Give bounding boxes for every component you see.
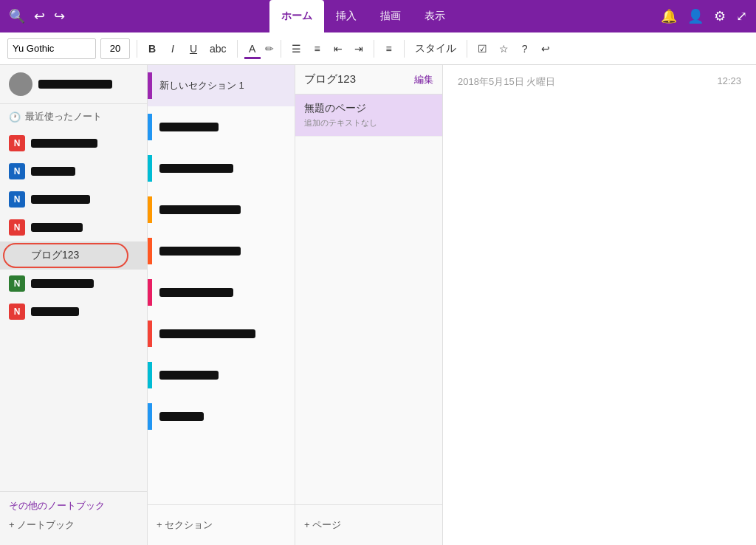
section-label-bar xyxy=(159,371,219,380)
italic-button[interactable]: I xyxy=(165,38,181,59)
active-notebook-label: ブログ123 xyxy=(31,249,79,262)
section-color-bar xyxy=(148,196,152,223)
bold-button[interactable]: B xyxy=(144,38,160,59)
item-label-bar xyxy=(31,195,90,204)
list-item[interactable]: N xyxy=(0,157,147,185)
separator-5 xyxy=(404,40,405,58)
pages-panel: ブログ123 編集 無題のページ 追加のテキストなし + ページ xyxy=(295,65,443,545)
content-date: 2018年5月15日 火曜日 xyxy=(458,75,555,89)
item-label-bar xyxy=(31,307,79,316)
undo-toolbar-button[interactable]: ↩ xyxy=(537,38,554,59)
settings-icon[interactable]: ⚙ xyxy=(714,8,726,24)
list-item[interactable]: N xyxy=(0,270,147,298)
recent-label: 最近使ったノート xyxy=(25,110,102,123)
section-color-bar xyxy=(148,279,152,306)
notebook-icon: N xyxy=(9,163,25,179)
list-item[interactable] xyxy=(148,313,295,354)
content-area: 2018年5月15日 火曜日 12:23 xyxy=(443,65,756,545)
tab-home[interactable]: ホーム xyxy=(269,0,324,32)
content-body[interactable] xyxy=(443,99,756,545)
tab-view[interactable]: 表示 xyxy=(413,0,457,32)
account-icon[interactable]: 👤 xyxy=(687,8,704,24)
nav-right: 🔔 👤 ⚙ ⤢ xyxy=(661,8,747,24)
list-item[interactable] xyxy=(148,396,295,437)
notebook-list: N N N N N ブログ123 N xyxy=(0,129,147,491)
help-button[interactable]: ? xyxy=(517,38,533,59)
notebook-icon: N xyxy=(9,135,25,151)
font-size-input[interactable] xyxy=(100,38,130,59)
clock-icon: 🕐 xyxy=(9,112,21,123)
item-label-bar xyxy=(31,279,94,288)
active-section-label: 新しいセクション 1 xyxy=(159,79,244,92)
list-item[interactable] xyxy=(148,148,295,189)
section-color-bar xyxy=(148,362,152,388)
list-item[interactable]: N xyxy=(0,185,147,213)
list-item[interactable] xyxy=(148,272,295,313)
section-label-bar xyxy=(159,247,241,256)
star-button[interactable]: ☆ xyxy=(495,38,512,59)
numbered-list-button[interactable]: ≡ xyxy=(309,38,326,59)
other-notebooks-link[interactable]: その他のノートブック xyxy=(9,499,138,513)
increase-indent-button[interactable]: ⇥ xyxy=(351,38,367,59)
font-name-input[interactable] xyxy=(7,38,96,59)
tab-draw[interactable]: 描画 xyxy=(368,0,413,32)
sections-footer: + セクション xyxy=(148,504,295,545)
font-color-button[interactable]: A xyxy=(244,38,261,59)
sidebar-footer: その他のノートブック + ノートブック xyxy=(0,491,147,545)
item-label-bar xyxy=(31,167,75,176)
section-color-bar xyxy=(148,72,152,99)
separator-4 xyxy=(374,40,374,58)
pages-header: ブログ123 編集 xyxy=(295,65,442,95)
sections-panel: 新しいセクション 1 xyxy=(148,65,295,545)
tab-insert[interactable]: 挿入 xyxy=(324,0,368,32)
nav-tabs: ホーム 挿入 描画 表示 xyxy=(269,0,457,32)
nav-left: 🔍 ↩ ↪ xyxy=(9,8,65,24)
avatar xyxy=(9,72,32,96)
undo-icon[interactable]: ↩ xyxy=(34,8,45,24)
separator-2 xyxy=(237,40,238,58)
add-page-button[interactable]: + ページ xyxy=(304,513,433,538)
formatting-toolbar: B I U abc A ✏ ☰ ≡ ⇤ ⇥ ≡ スタイル ☑ ☆ ? ↩ xyxy=(0,32,756,65)
main-layout: 🕐 最近使ったノート N N N N N xyxy=(0,65,756,545)
sidebar-item-active-blog[interactable]: N ブログ123 xyxy=(0,241,147,270)
list-item[interactable] xyxy=(148,230,295,272)
section-color-bar xyxy=(148,155,152,182)
checkbox-button[interactable]: ☑ xyxy=(474,38,491,59)
list-item[interactable]: N xyxy=(0,129,147,157)
list-item[interactable] xyxy=(148,354,295,396)
expand-icon[interactable]: ⤢ xyxy=(736,8,747,24)
underline-button[interactable]: U xyxy=(185,38,202,59)
section-label-bar xyxy=(159,412,204,421)
list-item[interactable]: N xyxy=(0,298,147,326)
style-button[interactable]: スタイル xyxy=(411,38,460,59)
notebook-icon: N xyxy=(9,275,25,292)
redo-icon[interactable]: ↪ xyxy=(54,8,65,24)
section-color-bar xyxy=(148,114,152,140)
content-time: 12:23 xyxy=(717,75,741,89)
bell-icon[interactable]: 🔔 xyxy=(661,8,677,24)
bullet-list-button[interactable]: ☰ xyxy=(288,38,305,59)
notebook-icon: N xyxy=(9,304,25,320)
section-color-bar xyxy=(148,321,152,347)
align-button[interactable]: ≡ xyxy=(381,38,397,59)
sidebar: 🕐 最近使ったノート N N N N N xyxy=(0,65,148,545)
page-item-active[interactable]: 無題のページ 追加のテキストなし xyxy=(295,95,442,137)
section-color-bar xyxy=(148,238,152,264)
section-item-active[interactable]: 新しいセクション 1 xyxy=(148,65,295,106)
highlight-icon[interactable]: ✏ xyxy=(265,43,274,55)
recent-notebooks[interactable]: 🕐 最近使ったノート xyxy=(0,104,147,129)
separator-3 xyxy=(281,40,281,58)
list-item[interactable] xyxy=(148,106,295,148)
list-item[interactable]: N xyxy=(0,213,147,241)
page-list: 無題のページ 追加のテキストなし xyxy=(295,95,442,504)
username-bar xyxy=(38,80,112,89)
edit-link[interactable]: 編集 xyxy=(414,73,433,86)
decrease-indent-button[interactable]: ⇤ xyxy=(330,38,346,59)
strikethrough-button[interactable]: abc xyxy=(206,38,230,59)
add-section-button[interactable]: + セクション xyxy=(157,513,286,538)
add-notebook-button[interactable]: + ノートブック xyxy=(9,513,138,538)
separator-1 xyxy=(137,40,137,58)
search-icon[interactable]: 🔍 xyxy=(9,8,25,24)
list-item[interactable] xyxy=(148,189,295,230)
section-label-bar xyxy=(159,288,233,297)
